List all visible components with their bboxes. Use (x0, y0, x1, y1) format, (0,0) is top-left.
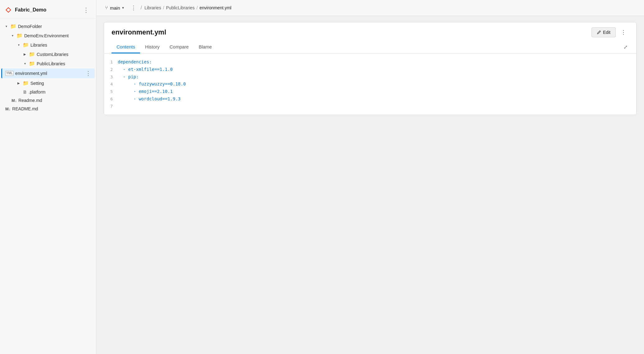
line-number: 2 (107, 66, 118, 73)
main-content: ⑂ main ▾ ⋮ / Libraries / PublicLibraries… (96, 0, 644, 354)
tree-item-customlibs[interactable]: ▶ 📁 CustomLibraries (1, 50, 95, 59)
tab-compare[interactable]: Compare (165, 41, 194, 53)
tree-item-label: DemoFolder (18, 24, 42, 29)
line-content: - et-xmlfile==1.1.0 (118, 66, 173, 73)
breadcrumb-separator: / (196, 5, 198, 10)
tree-item-publiclibs[interactable]: ▾ 📁 PublicLibraries (1, 59, 95, 68)
chevron-down-icon: ▾ (122, 6, 124, 10)
code-line-3: 3 - pip: (104, 73, 636, 81)
branch-icon: ⑂ (105, 5, 108, 11)
tree-item-envyml[interactable]: YML environment.yml ⋮ (1, 68, 95, 78)
file-icon: 🗎 (23, 90, 27, 94)
line-content: - fuzzywuzzy==0.18.0 (118, 80, 186, 88)
tree-item-label: Setting (30, 81, 44, 86)
folder-icon: 📁 (23, 80, 29, 86)
file-tabs: Contents History Compare Blame ⤢ (104, 41, 636, 53)
breadcrumb-separator: / (163, 5, 164, 10)
code-content: 1 dependencies: 2 - et-xmlfile==1.1.0 3 … (104, 53, 636, 115)
chevron-down-icon: ▾ (4, 24, 9, 29)
tree-item-platform[interactable]: ▶ 🗎 .platform (1, 88, 95, 96)
code-line-1: 1 dependencies: (104, 58, 636, 66)
folder-icon: 📁 (16, 33, 23, 39)
chevron-down-icon: ▾ (10, 33, 15, 38)
line-number: 4 (107, 81, 118, 88)
tab-contents[interactable]: Contents (112, 41, 140, 53)
tree-item-libraries[interactable]: ▾ 📁 Libraries (1, 40, 95, 49)
tree-item-label: Readme.md (18, 98, 42, 103)
chevron-down-icon: ▾ (22, 61, 27, 66)
chevron-down-icon: ▾ (16, 43, 21, 48)
tree-item-label: README.md (12, 106, 38, 111)
folder-icon: 📁 (29, 51, 35, 57)
tree-item-demofolder[interactable]: ▾ 📁 DemoFolder (1, 22, 95, 31)
line-number: 5 (107, 88, 118, 95)
line-content: - pip: (118, 73, 139, 81)
markdown-icon: M↓ (5, 107, 11, 111)
code-line-6: 6 - wordcloud==1.9.3 (104, 95, 636, 103)
folder-icon: 📁 (23, 42, 29, 48)
line-content: - emoji==2.10.1 (118, 88, 173, 95)
file-tree: ▾ 📁 DemoFolder ▾ 📁 DemoEnv.Environment ▾… (0, 19, 96, 354)
content-area: environment.yml Edit ⋮ Contents History (96, 16, 644, 354)
markdown-icon: M↓ (11, 98, 17, 103)
code-line-4: 4 - fuzzywuzzy==0.18.0 (104, 80, 636, 88)
code-line-7: 7 (104, 103, 636, 110)
file-title: environment.yml (112, 28, 166, 36)
line-number: 3 (107, 74, 118, 80)
line-content: - wordcloud==1.9.3 (118, 95, 180, 103)
expand-icon[interactable]: ⤢ (622, 43, 629, 51)
tab-blame[interactable]: Blame (194, 41, 217, 53)
topbar-more-button[interactable]: ⋮ (129, 4, 138, 12)
file-viewer-header: environment.yml Edit ⋮ (104, 22, 636, 37)
chevron-right-icon: ▶ (16, 81, 21, 86)
sidebar-header: Fabric_Demo ⋮ (0, 0, 96, 19)
tree-item-setting[interactable]: ▶ 📁 Setting (1, 79, 95, 88)
file-viewer: environment.yml Edit ⋮ Contents History (104, 22, 637, 115)
branch-name: main (110, 5, 120, 11)
code-line-5: 5 - emoji==2.10.1 (104, 88, 636, 95)
line-content: dependencies: (118, 58, 152, 66)
tree-item-label: .platform (29, 90, 45, 94)
breadcrumb-separator: / (141, 5, 142, 11)
sidebar-more-button[interactable]: ⋮ (81, 6, 91, 14)
app-title-group: Fabric_Demo (5, 7, 46, 13)
fabric-logo-icon (5, 7, 12, 13)
yml-file-icon: YML (5, 71, 14, 76)
file-actions: Edit ⋮ (591, 27, 629, 37)
folder-icon: 📁 (29, 61, 35, 67)
tree-item-label: DemoEnv.Environment (24, 33, 69, 38)
sidebar: Fabric_Demo ⋮ ▾ 📁 DemoFolder ▾ 📁 DemoEnv… (0, 0, 96, 354)
branch-selector-button[interactable]: ⑂ main ▾ (103, 4, 126, 12)
line-number: 6 (107, 96, 118, 103)
tree-item-demoenv[interactable]: ▾ 📁 DemoEnv.Environment (1, 31, 95, 40)
file-more-button[interactable]: ⋮ (618, 28, 629, 37)
edit-pencil-icon (597, 30, 601, 34)
tree-item-readmemd2[interactable]: M↓ README.md (1, 105, 95, 113)
tree-item-label: Libraries (30, 43, 47, 48)
tab-history[interactable]: History (140, 41, 165, 53)
folder-icon: 📁 (10, 23, 16, 29)
line-number: 7 (107, 103, 118, 110)
topbar: ⑂ main ▾ ⋮ / Libraries / PublicLibraries… (96, 0, 644, 16)
breadcrumb: Libraries / PublicLibraries / environmen… (144, 5, 231, 10)
edit-button[interactable]: Edit (591, 27, 616, 37)
tabs-list: Contents History Compare Blame (112, 41, 217, 53)
envyml-more-button[interactable]: ⋮ (84, 70, 92, 77)
tree-item-label: CustomLibraries (37, 52, 68, 57)
chevron-right-icon: ▶ (22, 52, 27, 57)
breadcrumb-item-libraries: Libraries (144, 5, 161, 10)
breadcrumb-item-publiclibraries: PublicLibraries (166, 5, 195, 10)
code-line-2: 2 - et-xmlfile==1.1.0 (104, 66, 636, 73)
tree-item-label: PublicLibraries (37, 61, 65, 66)
line-number: 1 (107, 59, 118, 66)
tree-item-readmemd[interactable]: M↓ Readme.md (1, 96, 95, 104)
app-title: Fabric_Demo (15, 7, 46, 13)
tree-item-label: environment.yml (15, 71, 47, 76)
breadcrumb-item-envyml: environment.yml (199, 5, 231, 10)
